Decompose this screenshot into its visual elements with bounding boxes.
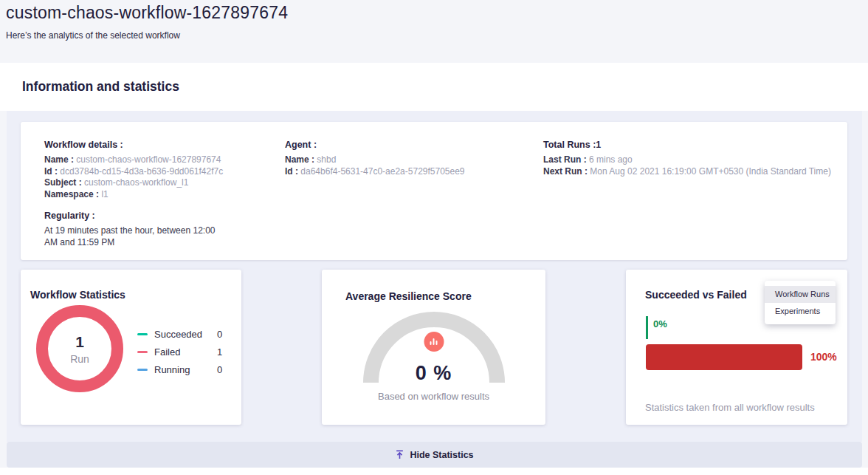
stat-cards-row: Workflow Statistics 1 Run Succeeded 0 Fa… [21,270,847,425]
results-filter-menu: Workflow Runs Experiments [765,281,836,324]
resilience-score-value: 0 % [322,362,545,385]
agent-row-id: Id : da64b6f4-5631-47c0-ae2a-5729f5705ee… [285,166,543,178]
bar-chart-icon [424,332,444,352]
workflow-details-heading: Workflow details : [44,140,285,150]
resilience-score-card: Average Resilience Score 0 % Based on wo… [322,270,545,425]
resilience-score-caption: Based on workflow results [322,391,545,402]
page-subtitle: Here’s the analytics of the selected wor… [6,30,180,41]
runs-donut-chart: 1 Run [36,305,123,392]
succeeded-vs-failed-title: Succeeded vs Failed [645,289,747,301]
page-header: custom-chaos-workflow-1627897674 Here’s … [0,0,868,63]
workflow-analytics-page: custom-chaos-workflow-1627897674 Here’s … [0,0,868,475]
legend-row-failed: Failed 1 [137,346,222,358]
agent-column: Agent : Name : shbd Id : da64b6f4-5631-4… [285,122,543,260]
menu-item-workflow-runs[interactable]: Workflow Runs [765,286,836,303]
legend-row-running: Running 0 [137,363,222,376]
workflow-details-card: Workflow details : Name : custom-chaos-w… [21,122,847,260]
section-heading: Information and statistics [22,79,179,95]
hide-statistics-label: Hide Statistics [410,450,473,460]
agent-row-name: Name : shbd [285,154,543,166]
detail-row-namespace: Namespace : l1 [44,189,285,201]
page-title: custom-chaos-workflow-1627897674 [6,3,288,23]
menu-item-experiments[interactable]: Experiments [765,303,836,320]
failed-bar [646,344,802,370]
detail-row-id: Id : dcd3784b-cd15-4d3a-b636-9dd061f42f7… [44,166,285,178]
detail-row-subject: Subject : custom-chaos-workflow_l1 [44,177,285,189]
detail-row-name: Name : custom-chaos-workflow-1627897674 [44,154,285,166]
next-run-row: Next Run : Mon Aug 02 2021 16:19:00 GMT+… [543,166,837,178]
succeeded-vs-failed-caption: Statistics taken from all workflow resul… [645,402,815,413]
section-header-band: Information and statistics [0,63,868,111]
hide-statistics-button[interactable]: Hide Statistics [7,442,862,468]
legend-row-succeeded: Succeeded 0 [137,328,222,341]
donut-center-label: Run [70,353,89,365]
donut-legend: Succeeded 0 Failed 1 Running 0 [137,328,222,381]
succeeded-vs-failed-card: Succeeded vs Failed 0% 100% Statistics t… [626,270,847,425]
runs-column: Total Runs :1 Last Run : 6 mins ago Next… [543,122,847,260]
statistics-panel: Workflow details : Name : custom-chaos-w… [7,111,862,442]
bottom-spacer [0,468,868,475]
total-runs-heading: Total Runs :1 [543,140,837,150]
regularity-heading: Regularity : [44,211,285,221]
failed-dash-icon [137,351,148,354]
succeeded-dash-icon [137,333,148,336]
collapse-up-icon [395,450,404,459]
running-dash-icon [137,369,148,372]
workflow-statistics-title: Workflow Statistics [30,289,125,301]
donut-center-value: 1 [75,333,84,351]
failed-percentage: 100% [810,351,837,363]
regularity-text: At 19 minutes past the hour, between 12:… [44,225,229,248]
succeeded-bar [646,316,648,339]
succeeded-percentage: 0% [653,318,667,329]
workflow-details-column: Workflow details : Name : custom-chaos-w… [21,122,285,260]
agent-heading: Agent : [285,140,543,150]
last-run-row: Last Run : 6 mins ago [543,154,837,166]
resilience-score-title: Average Resilience Score [345,290,472,302]
workflow-statistics-card: Workflow Statistics 1 Run Succeeded 0 Fa… [21,270,241,425]
